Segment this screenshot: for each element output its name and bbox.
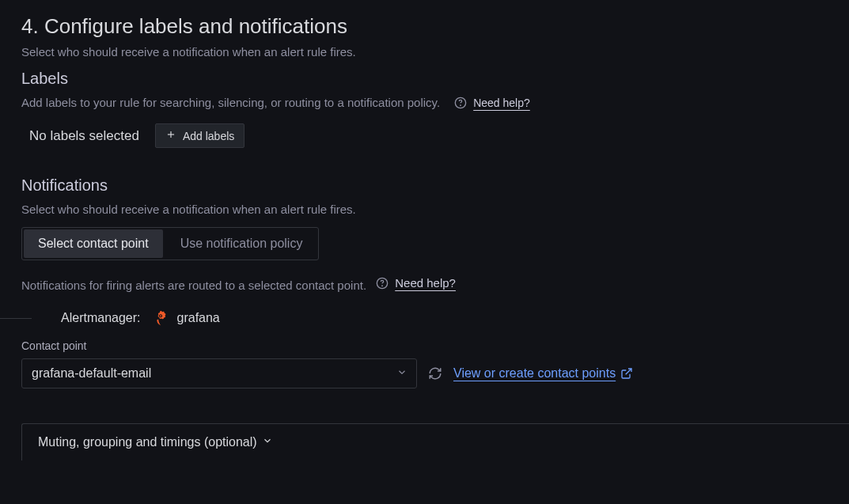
contact-point-label: Contact point	[21, 339, 849, 352]
refresh-icon[interactable]	[428, 366, 442, 381]
toggle-notification-policy[interactable]: Use notification policy	[166, 229, 317, 258]
notifications-subtitle: Select who should receive a notification…	[21, 203, 849, 216]
labels-help-link[interactable]: Need help?	[473, 97, 530, 109]
labels-title: Labels	[21, 70, 849, 88]
plus-icon	[165, 129, 176, 142]
contact-point-select[interactable]: grafana-default-email	[21, 358, 417, 388]
notifications-title: Notifications	[21, 176, 849, 195]
section-subtitle: Select who should receive a notification…	[21, 45, 849, 59]
muting-grouping-collapsible[interactable]: Muting, grouping and timings (optional)	[21, 423, 849, 460]
svg-point-1	[461, 105, 461, 106]
svg-point-5	[382, 286, 383, 286]
view-contact-points-link[interactable]: View or create contact points	[453, 366, 633, 381]
collapsible-title: Muting, grouping and timings (optional)	[38, 435, 257, 449]
alertmanager-name: grafana	[177, 311, 220, 325]
notifications-routed-desc: Notifications for firing alerts are rout…	[21, 279, 366, 292]
alertmanager-label: Alertmanager:	[61, 311, 141, 325]
notifications-help-link[interactable]: Need help?	[395, 276, 456, 290]
toggle-contact-point[interactable]: Select contact point	[24, 229, 163, 258]
add-labels-button[interactable]: Add labels	[155, 123, 244, 148]
labels-status: No labels selected	[29, 128, 139, 144]
view-contact-points-label: View or create contact points	[453, 366, 616, 381]
section-title: 4. Configure labels and notifications	[21, 14, 849, 39]
help-icon	[454, 97, 467, 109]
chevron-down-icon	[262, 435, 273, 449]
svg-point-7	[160, 315, 161, 316]
external-link-icon	[620, 367, 633, 380]
notification-toggle: Select contact point Use notification po…	[21, 227, 319, 260]
labels-description: Add labels to your rule for searching, s…	[21, 96, 440, 109]
grafana-icon	[152, 309, 169, 327]
help-icon	[376, 277, 388, 290]
svg-line-8	[626, 369, 631, 374]
add-labels-label: Add labels	[183, 130, 234, 142]
